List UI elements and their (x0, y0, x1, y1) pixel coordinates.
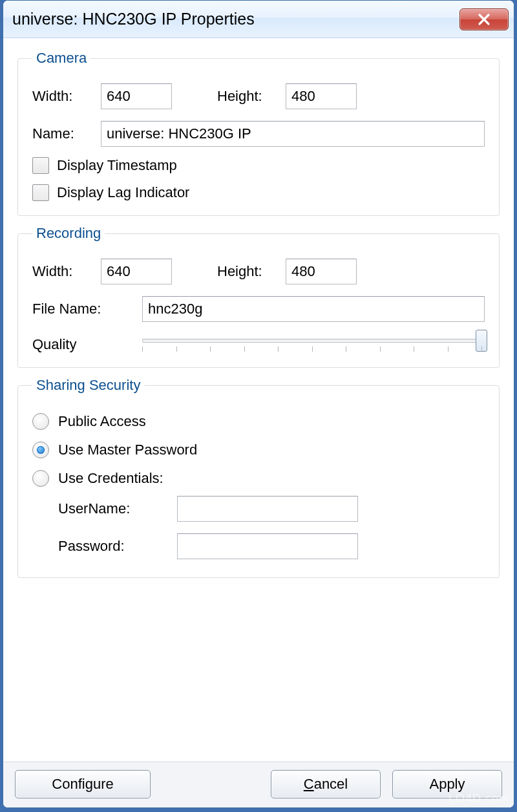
window-title: universe: HNC230G IP Properties (12, 10, 459, 28)
filename-input[interactable] (142, 296, 485, 322)
use-credentials-radio[interactable]: Use Credentials: (32, 470, 485, 487)
security-legend: Sharing Security (32, 377, 144, 394)
slider-track (142, 339, 482, 343)
display-lag-checkbox[interactable]: Display Lag Indicator (32, 184, 485, 201)
apply-button[interactable]: Apply (392, 770, 502, 798)
display-lag-label: Display Lag Indicator (57, 184, 189, 201)
camera-height-input[interactable] (286, 83, 357, 109)
camera-group: Camera Width: Height: Name: Display Time… (17, 50, 500, 216)
security-group: Sharing Security Public Access Use Maste… (17, 377, 500, 578)
username-input[interactable] (177, 496, 358, 522)
cancel-button[interactable]: Cancel (271, 770, 381, 798)
recording-legend: Recording (32, 225, 105, 242)
recording-width-input[interactable] (101, 259, 172, 284)
checkbox-icon (32, 184, 49, 201)
public-access-label: Public Access (58, 413, 146, 430)
recording-width-label: Width: (32, 263, 94, 280)
client-area: Camera Width: Height: Name: Display Time… (3, 38, 514, 762)
camera-height-label: Height: (217, 88, 279, 105)
public-access-radio[interactable]: Public Access (32, 413, 485, 430)
display-timestamp-label: Display Timestamp (57, 157, 177, 174)
display-timestamp-checkbox[interactable]: Display Timestamp (32, 157, 485, 174)
password-label: Password: (58, 538, 168, 555)
radio-icon (32, 470, 49, 487)
recording-height-label: Height: (217, 263, 279, 280)
filename-label: File Name: (32, 301, 136, 317)
camera-name-input[interactable] (101, 121, 485, 147)
master-password-label: Use Master Password (58, 442, 197, 458)
quality-label: Quality (32, 334, 136, 353)
username-label: UserName: (58, 500, 168, 517)
camera-width-input[interactable] (101, 83, 172, 109)
quality-slider[interactable] (142, 334, 485, 353)
radio-icon (32, 413, 49, 430)
titlebar[interactable]: universe: HNC230G IP Properties (3, 1, 514, 38)
dialog-window: universe: HNC230G IP Properties Camera W… (3, 0, 514, 808)
recording-height-input[interactable] (286, 259, 357, 284)
camera-name-label: Name: (32, 125, 94, 142)
close-button[interactable] (459, 8, 509, 30)
close-icon (477, 12, 491, 27)
configure-button[interactable]: Configure (15, 770, 151, 798)
checkbox-icon (32, 157, 49, 174)
master-password-radio[interactable]: Use Master Password (32, 442, 485, 458)
camera-legend: Camera (32, 50, 90, 67)
radio-icon (32, 442, 49, 458)
password-input[interactable] (177, 533, 358, 559)
slider-ticks (142, 347, 482, 353)
use-credentials-label: Use Credentials: (58, 470, 164, 487)
recording-group: Recording Width: Height: File Name: Qual… (17, 225, 500, 368)
button-bar: Configure Cancel Apply (3, 762, 514, 807)
camera-width-label: Width: (32, 88, 94, 105)
